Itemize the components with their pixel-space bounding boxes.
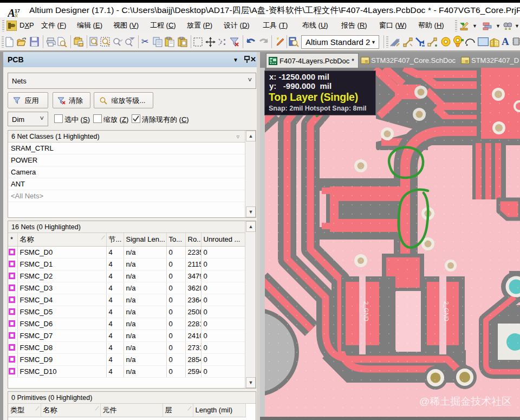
svg-text:17: 17: [15, 8, 20, 14]
